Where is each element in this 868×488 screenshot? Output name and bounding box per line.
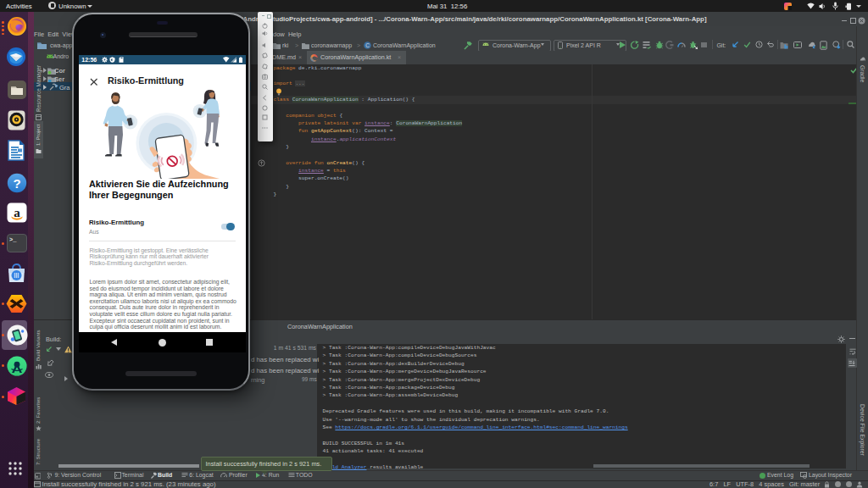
svg-text:C: C	[365, 42, 370, 48]
svg-text:?: ?	[13, 175, 20, 190]
svg-text:>_: >_	[9, 236, 17, 243]
svg-text:a: a	[14, 205, 20, 219]
